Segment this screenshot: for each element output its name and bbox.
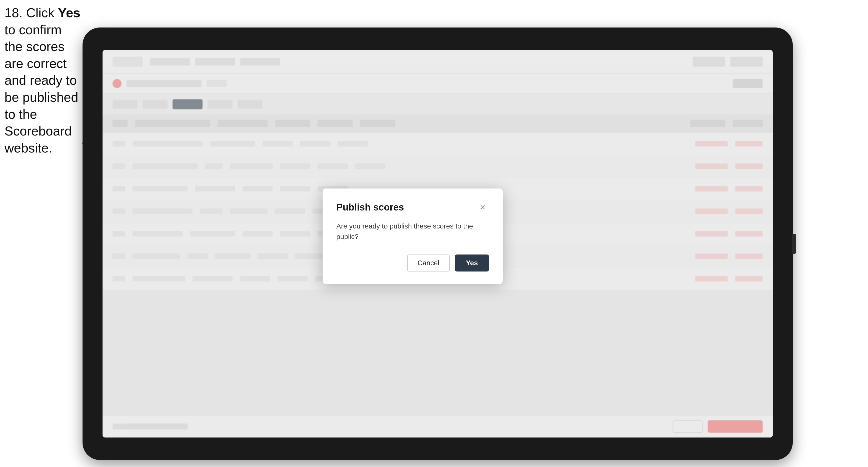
tablet-side-button [792, 234, 796, 254]
cancel-button[interactable]: Cancel [407, 254, 450, 272]
dialog-title: Publish scores [336, 202, 404, 213]
dialog-close-button[interactable]: × [476, 201, 489, 214]
yes-button[interactable]: Yes [455, 254, 489, 272]
dialog-message: Are you ready to publish these scores to… [336, 221, 489, 242]
publish-dialog: Publish scores × Are you ready to publis… [322, 188, 503, 284]
dialog-header: Publish scores × [336, 201, 489, 214]
dialog-footer: Cancel Yes [336, 254, 489, 272]
tablet-device: Publish scores × Are you ready to publis… [83, 28, 793, 460]
yes-bold: Yes [58, 5, 81, 20]
modal-overlay: Publish scores × Are you ready to publis… [102, 50, 773, 437]
step-number: 18. [4, 5, 23, 20]
instruction-text-part2: to confirm the scores are correct and re… [4, 23, 78, 155]
instruction-text: 18. Click Yes to confirm the scores are … [4, 4, 82, 156]
tablet-screen: Publish scores × Are you ready to publis… [102, 50, 773, 437]
instruction-text-part1: Click [26, 5, 58, 20]
